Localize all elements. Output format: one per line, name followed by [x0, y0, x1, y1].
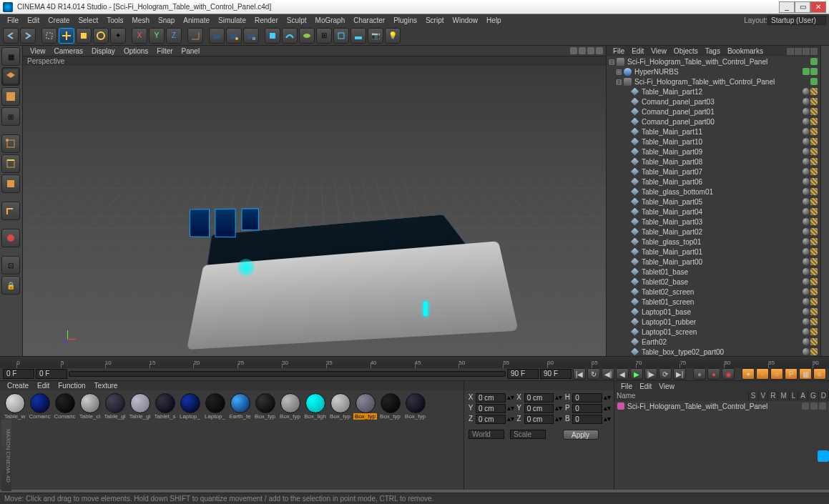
material-item[interactable]: Table_gl	[103, 393, 127, 420]
fld-sy[interactable]: 0 cm	[524, 404, 554, 413]
add-camera[interactable]: 📷	[368, 28, 383, 44]
uv-tag[interactable]	[810, 278, 818, 285]
obj-row[interactable]: Table_Main_part02	[607, 227, 820, 237]
obj-row[interactable]: Tablet02_base	[607, 277, 820, 287]
menu-edit[interactable]: Edit	[23, 16, 44, 24]
menu-file[interactable]: File	[3, 16, 23, 24]
obj-row[interactable]: Laptop01_base	[607, 307, 820, 317]
mat-tag[interactable]	[803, 198, 810, 205]
menu-select[interactable]: Select	[74, 16, 102, 24]
vp-menu-display[interactable]: Display	[87, 47, 119, 55]
add-spline[interactable]	[282, 28, 298, 44]
fld-h[interactable]: 0	[572, 393, 602, 402]
uv-tag[interactable]	[810, 228, 818, 235]
add-deformer[interactable]	[333, 28, 349, 44]
fld-p[interactable]: 0	[572, 404, 602, 413]
viewport-3d[interactable]	[23, 66, 606, 356]
mat-tag[interactable]	[803, 108, 810, 115]
scale-tool[interactable]	[76, 28, 92, 44]
mat-tag[interactable]	[803, 178, 810, 185]
material-item[interactable]: Box_ligh	[303, 393, 327, 420]
obj-menu-tags[interactable]: Tags	[702, 47, 724, 55]
obj-row[interactable]: Laptop01_rubber	[607, 317, 820, 327]
obj-row[interactable]: Table_glass_top01	[607, 237, 820, 247]
fld-px[interactable]: 0 cm	[476, 393, 506, 402]
uv-tag[interactable]	[810, 298, 818, 305]
menu-mograph[interactable]: MoGraph	[311, 16, 350, 24]
material-item[interactable]: Table_gl	[128, 393, 152, 420]
obj-row[interactable]: Tablet01_base	[607, 267, 820, 277]
point-mode[interactable]	[1, 134, 20, 153]
menu-script[interactable]: Script	[421, 16, 448, 24]
uv-tag[interactable]	[810, 218, 818, 225]
menu-window[interactable]: Window	[448, 16, 483, 24]
vp-toggle-icon[interactable]	[596, 47, 603, 54]
material-item[interactable]: Tablet_s	[153, 393, 177, 420]
mat-tag[interactable]	[803, 88, 810, 95]
move-tool[interactable]	[59, 28, 74, 44]
render-picture[interactable]	[226, 28, 242, 44]
uv-tag[interactable]	[810, 88, 818, 95]
uv-tag[interactable]	[810, 138, 818, 145]
obj-row[interactable]: ⊟Sci-Fi_Hologram_Table_with_Control_Pane…	[607, 76, 820, 87]
at-r[interactable]	[819, 402, 826, 410]
menu-create[interactable]: Create	[44, 16, 74, 24]
model-mode[interactable]	[1, 67, 20, 86]
obj-menu-edit[interactable]: Edit	[628, 47, 647, 55]
fld-py[interactable]: 0 cm	[476, 404, 506, 413]
workplane-mode[interactable]: ⊞	[1, 107, 20, 126]
mat-tag[interactable]	[803, 128, 810, 135]
obj-row[interactable]: Table_Main_part10	[607, 137, 820, 147]
mat-tag[interactable]	[803, 308, 810, 315]
layout-select[interactable]: Startup (User)	[767, 16, 826, 25]
coord-mode-1[interactable]: World	[469, 430, 504, 439]
uv-tag[interactable]	[810, 248, 818, 255]
obj-row[interactable]: Table_Main_part01	[607, 247, 820, 257]
mat-tag[interactable]	[803, 318, 810, 325]
rotate-tool[interactable]	[93, 28, 109, 44]
attr-header[interactable]: G	[808, 392, 819, 401]
tl-keyframe-sel[interactable]: ◉	[722, 368, 735, 380]
select-tool[interactable]	[41, 28, 57, 44]
at-v[interactable]	[810, 402, 818, 410]
uv-tag[interactable]	[810, 258, 818, 265]
render-settings[interactable]	[243, 28, 259, 44]
attr-header[interactable]: R	[768, 392, 778, 401]
edge-mode[interactable]	[1, 154, 20, 173]
add-nurbs[interactable]	[299, 28, 315, 44]
expander-icon[interactable]: ⊞	[615, 68, 622, 76]
mat-tag[interactable]	[803, 348, 810, 355]
obj-row[interactable]: Table_glass_bottom01	[607, 187, 820, 197]
material-item[interactable]: Box_typ	[378, 393, 402, 420]
uv-tag[interactable]	[810, 188, 818, 195]
uv-tag[interactable]	[810, 268, 818, 275]
coord-apply-button[interactable]: Apply	[563, 430, 599, 440]
mat-tag[interactable]	[803, 338, 810, 345]
object-tree[interactable]: ⊟Sci-Fi_Hologram_Table_with_Control_Pane…	[607, 56, 820, 356]
uv-tag[interactable]	[810, 308, 818, 315]
add-environment[interactable]	[350, 28, 366, 44]
material-item[interactable]: Box_typ	[353, 393, 377, 420]
obj-row[interactable]: Comand_panel_part03	[607, 97, 820, 107]
tl-pos-key[interactable]: ✦	[742, 368, 755, 380]
vp-menu-filter[interactable]: Filter	[152, 47, 177, 55]
mat-tag[interactable]	[803, 298, 810, 305]
axis-z-lock[interactable]: Z	[166, 28, 182, 44]
filter-icon[interactable]	[803, 48, 810, 55]
vp-zoom-icon[interactable]	[579, 47, 586, 54]
tl-goto-start[interactable]: |◀	[573, 368, 586, 380]
obj-row[interactable]: Table_Main_part11	[607, 127, 820, 137]
menu-tools[interactable]: Tools	[102, 16, 127, 24]
mat-tag[interactable]	[803, 188, 810, 195]
menu-mesh[interactable]: Mesh	[128, 16, 154, 24]
obj-row[interactable]: Table_Main_part08	[607, 157, 820, 167]
mat-tag[interactable]	[803, 168, 810, 175]
obj-row[interactable]: Table_Main_part06	[607, 177, 820, 187]
axis-y-lock[interactable]: Y	[149, 28, 165, 44]
mat-tag[interactable]	[803, 218, 810, 225]
uv-tag[interactable]	[810, 318, 818, 325]
polygon-mode[interactable]	[1, 174, 20, 193]
obj-menu-file[interactable]: File	[609, 47, 628, 55]
vis-tag[interactable]	[803, 68, 810, 75]
tl-start-field[interactable]: 0 F	[3, 369, 34, 379]
